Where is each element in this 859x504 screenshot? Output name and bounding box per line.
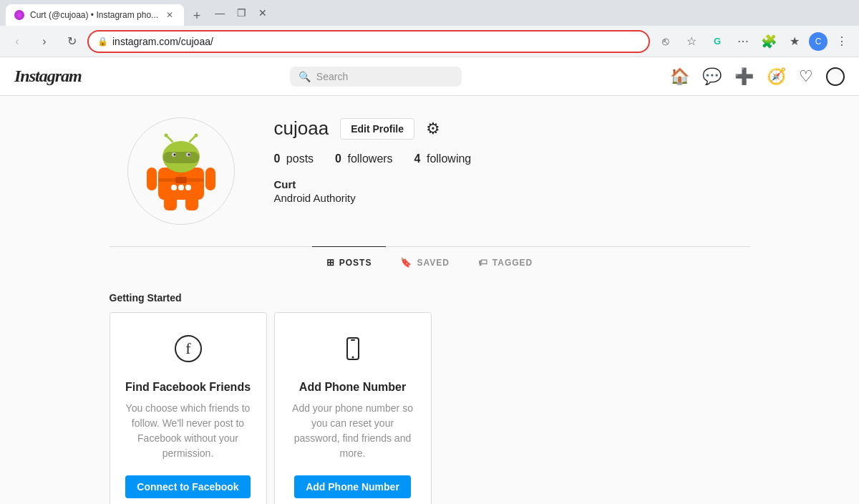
svg-point-17 — [171, 185, 177, 190]
reload-button[interactable]: ↻ — [60, 30, 83, 53]
add-phone-button[interactable]: Add Phone Number — [294, 475, 411, 498]
connect-facebook-button[interactable]: Connect to Facebook — [125, 475, 250, 498]
posts-tab-icon: ⊞ — [326, 257, 335, 268]
browser-profile-avatar[interactable]: C — [809, 32, 828, 51]
profile-name: Curt — [274, 178, 750, 190]
followers-stat[interactable]: 0 followers — [335, 152, 393, 165]
svg-point-18 — [178, 185, 184, 190]
following-label: following — [424, 152, 472, 165]
new-tab-button[interactable]: + — [187, 6, 207, 26]
profile-bio: Android Authority — [274, 192, 750, 204]
search-icon: 🔍 — [299, 71, 311, 82]
facebook-icon: f — [174, 334, 203, 369]
profile-stats: 0 posts 0 followers 4 following — [274, 152, 750, 165]
tab-saved[interactable]: 🔖 SAVED — [386, 246, 463, 278]
tab-tagged[interactable]: 🏷 TAGGED — [464, 246, 547, 278]
tab-posts[interactable]: ⊞ POSTS — [312, 246, 387, 278]
posts-stat: 0 posts — [274, 152, 314, 165]
instagram-page: Instagram 🔍 🏠 💬 ➕ 🧭 ♡ — [0, 57, 859, 504]
svg-rect-15 — [175, 177, 187, 183]
svg-point-8 — [164, 134, 168, 137]
minimize-button[interactable]: — — [210, 3, 230, 23]
following-count: 4 — [414, 152, 421, 165]
tagged-tab-icon: 🏷 — [478, 257, 488, 268]
profile-pic-circle — [127, 117, 235, 225]
lock-icon: 🔒 — [97, 37, 108, 47]
svg-rect-13 — [185, 196, 198, 210]
svg-point-23 — [351, 357, 354, 359]
profile-icon[interactable] — [826, 67, 845, 86]
tagged-tab-label: TAGGED — [492, 258, 533, 268]
saved-tab-icon: 🔖 — [400, 257, 412, 268]
explore-icon[interactable]: 🧭 — [767, 67, 786, 86]
bookmark-icon[interactable]: ☆ — [680, 30, 703, 53]
followers-count: 0 — [335, 152, 341, 165]
heart-icon[interactable]: ♡ — [799, 67, 813, 86]
address-bar[interactable]: 🔒 instagram.com/cujoaa/ — [87, 30, 650, 53]
home-icon[interactable]: 🏠 — [670, 67, 689, 86]
tab-close-button[interactable]: ✕ — [164, 9, 175, 21]
saved-tab-label: SAVED — [417, 258, 449, 268]
phone-card-desc: Add your phone number so you can reset y… — [289, 401, 417, 461]
address-bar-container: 🔒 instagram.com/cujoaa/ — [87, 30, 650, 53]
profile-pic-area — [110, 117, 253, 225]
profile-header: cujoaa Edit Profile ⚙ 0 posts 0 follower… — [110, 117, 750, 225]
instagram-content: cujoaa Edit Profile ⚙ 0 posts 0 follower… — [95, 96, 765, 504]
window-controls: — ❐ ✕ — [210, 3, 273, 23]
toolbar-right: ⎋ ☆ G ⋯ 🧩 ★ C ⋮ — [654, 30, 853, 53]
nav-icons: 🏠 💬 ➕ 🧭 ♡ — [670, 67, 845, 86]
search-input[interactable] — [316, 71, 453, 82]
facebook-card-title: Find Facebook Friends — [125, 381, 251, 394]
grammarly-icon[interactable]: G — [706, 30, 729, 53]
svg-point-9 — [194, 134, 198, 137]
extensions-icon[interactable]: 🧩 — [757, 30, 780, 53]
svg-point-19 — [185, 185, 191, 190]
back-button[interactable]: ‹ — [6, 30, 29, 53]
create-icon[interactable]: ➕ — [734, 67, 754, 86]
profile-tabs: ⊞ POSTS 🔖 SAVED 🏷 TAGGED — [110, 246, 750, 278]
close-button[interactable]: ✕ — [253, 3, 273, 23]
tab-bar: Curt (@cujoaa) • Instagram pho... ✕ + — [6, 0, 207, 26]
search-box[interactable]: 🔍 — [290, 67, 462, 87]
menu-icon[interactable]: ⋮ — [830, 30, 853, 53]
posts-count: 0 — [274, 152, 281, 165]
edit-profile-button[interactable]: Edit Profile — [340, 118, 414, 140]
following-stat[interactable]: 4 following — [414, 152, 472, 165]
followers-label: followers — [344, 152, 393, 165]
facebook-card-desc: You choose which friends to follow. We'l… — [125, 401, 252, 461]
more-icon[interactable]: ⋯ — [732, 30, 754, 53]
forward-button[interactable]: › — [33, 30, 56, 53]
cards-row: f Find Facebook Friends You choose which… — [110, 312, 750, 504]
tab-title: Curt (@cujoaa) • Instagram pho... — [30, 10, 158, 20]
phone-card: Add Phone Number Add your phone number s… — [274, 312, 432, 504]
browser-toolbar: ‹ › ↻ 🔒 instagram.com/cujoaa/ ⎋ ☆ G ⋯ 🧩 … — [0, 26, 859, 57]
instagram-header: Instagram 🔍 🏠 💬 ➕ 🧭 ♡ — [0, 57, 859, 96]
settings-icon[interactable]: ⚙ — [426, 120, 440, 138]
profile-top-row: cujoaa Edit Profile ⚙ — [274, 117, 750, 140]
getting-started-title: Getting Started — [110, 292, 750, 304]
maximize-button[interactable]: ❐ — [231, 3, 251, 23]
active-tab[interactable]: Curt (@cujoaa) • Instagram pho... ✕ — [6, 4, 184, 26]
messenger-icon[interactable]: 💬 — [702, 67, 722, 86]
svg-line-7 — [190, 136, 195, 142]
browser-frame: Curt (@cujoaa) • Instagram pho... ✕ + — … — [0, 0, 859, 504]
browser-titlebar: Curt (@cujoaa) • Instagram pho... ✕ + — … — [0, 0, 859, 26]
puzzle-icon[interactable]: ★ — [783, 30, 806, 53]
svg-rect-11 — [205, 168, 215, 190]
instagram-logo: Instagram — [14, 67, 82, 86]
share-icon[interactable]: ⎋ — [654, 30, 677, 53]
profile-info: cujoaa Edit Profile ⚙ 0 posts 0 follower… — [253, 117, 750, 204]
svg-text:f: f — [185, 339, 191, 357]
url-text: instagram.com/cujoaa/ — [112, 36, 640, 47]
phone-card-title: Add Phone Number — [299, 381, 406, 394]
getting-started-section: Getting Started f Find Facebook Friends … — [110, 278, 750, 504]
posts-tab-label: POSTS — [339, 258, 372, 268]
posts-label: posts — [283, 152, 314, 165]
svg-line-6 — [167, 136, 173, 142]
svg-rect-12 — [164, 196, 177, 210]
phone-icon — [339, 334, 367, 369]
svg-rect-10 — [147, 168, 157, 190]
facebook-card: f Find Facebook Friends You choose which… — [110, 312, 267, 504]
svg-rect-16 — [163, 152, 199, 163]
profile-username: cujoaa — [274, 117, 329, 140]
